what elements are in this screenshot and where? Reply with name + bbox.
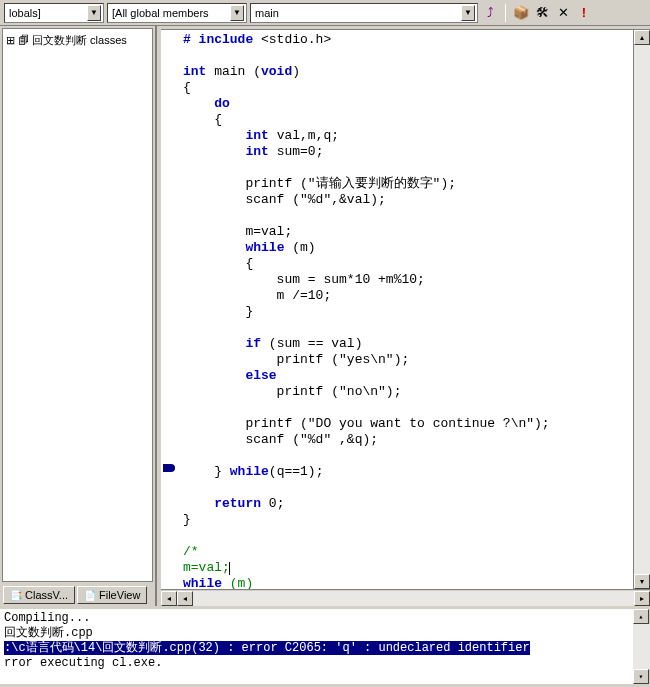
tab-label: ClassV...: [25, 589, 68, 601]
tree-expand-icon[interactable]: ⊞ 🗐: [6, 34, 29, 47]
build-icon[interactable]: 🛠: [533, 4, 551, 22]
scope-combo[interactable]: lobals] ▼: [4, 3, 104, 23]
scroll-right-icon[interactable]: ▸: [634, 591, 650, 606]
output-vertical-scrollbar[interactable]: ▴ ▾: [633, 609, 650, 684]
chevron-down-icon[interactable]: ▼: [87, 5, 101, 21]
tab-label: FileView: [99, 589, 140, 601]
output-line: rror executing cl.exe.: [4, 656, 162, 670]
tab-classview[interactable]: 📑 ClassV...: [3, 586, 75, 604]
bookmark-icon: [163, 464, 175, 472]
chevron-down-icon[interactable]: ▼: [461, 5, 475, 21]
vertical-scrollbar[interactable]: ▴ ▾: [633, 30, 650, 589]
scroll-track[interactable]: [634, 45, 650, 574]
fileview-icon: 📄: [84, 590, 96, 601]
build-output[interactable]: Compiling... 回文数判断.cpp :\c语言代码\14\回文数判断.…: [0, 606, 650, 684]
scroll-track[interactable]: [633, 624, 650, 669]
scroll-left-icon[interactable]: ◂: [161, 591, 177, 606]
workspace-pane: ⊞ 🗐 回文数判断 classes 📑 ClassV... 📄 FileView: [0, 26, 157, 606]
scroll-down-icon[interactable]: ▾: [634, 574, 650, 589]
member-combo-text: [All global members: [112, 7, 228, 19]
scope-combo-text: lobals]: [9, 7, 85, 19]
run-icon[interactable]: !: [575, 4, 593, 22]
horizontal-scrollbar[interactable]: ◂ ◂ ▸: [161, 589, 650, 606]
editor-gutter: [161, 30, 179, 589]
workspace-tabs: 📑 ClassV... 📄 FileView: [0, 584, 155, 606]
tab-fileview[interactable]: 📄 FileView: [77, 586, 147, 604]
scroll-left-icon[interactable]: ◂: [177, 591, 193, 606]
output-lines: Compiling... 回文数判断.cpp :\c语言代码\14\回文数判断.…: [4, 611, 646, 682]
tree-item-label: 回文数判断 classes: [32, 33, 127, 48]
class-tree[interactable]: ⊞ 🗐 回文数判断 classes: [2, 28, 153, 582]
main-toolbar: lobals] ▼ [All global members ▼ main ▼ ⤴…: [0, 0, 650, 26]
scroll-up-icon[interactable]: ▴: [633, 609, 649, 624]
function-combo[interactable]: main ▼: [250, 3, 478, 23]
tree-item[interactable]: ⊞ 🗐 回文数判断 classes: [6, 32, 149, 49]
main-area: ⊞ 🗐 回文数判断 classes 📑 ClassV... 📄 FileView…: [0, 26, 650, 606]
output-line: 回文数判断.cpp: [4, 626, 93, 640]
code-area[interactable]: # include <stdio.h> int main (void) { do…: [179, 30, 633, 589]
classview-icon: 📑: [10, 590, 22, 601]
text-cursor: [229, 562, 230, 575]
member-combo[interactable]: [All global members ▼: [107, 3, 247, 23]
output-error-line: :\c语言代码\14\回文数判断.cpp(32) : error C2065: …: [4, 641, 530, 655]
stop-icon[interactable]: ✕: [554, 4, 572, 22]
toolbar-separator: [505, 4, 506, 22]
chevron-down-icon[interactable]: ▼: [230, 5, 244, 21]
function-combo-text: main: [255, 7, 459, 19]
tool-icon[interactable]: 📦: [512, 4, 530, 22]
scroll-down-icon[interactable]: ▾: [633, 669, 649, 684]
scroll-track[interactable]: [193, 591, 634, 606]
goto-icon[interactable]: ⤴: [481, 4, 499, 22]
scroll-up-icon[interactable]: ▴: [634, 30, 650, 45]
output-line: Compiling...: [4, 611, 90, 625]
code-editor: # include <stdio.h> int main (void) { do…: [161, 26, 650, 606]
